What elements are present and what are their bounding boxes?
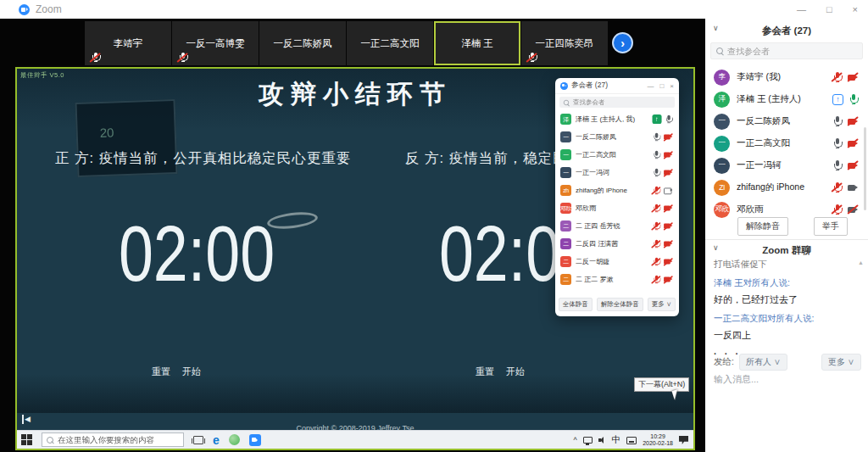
participant-row-host[interactable]: 泽 泽楠 王 (主持人) ↑ — [705, 88, 868, 110]
camera-off-icon — [663, 204, 674, 213]
participant-name: 一正一冯轲 — [737, 159, 824, 171]
participant-row[interactable]: 一 一正二高文阳 — [555, 146, 679, 164]
start-button[interactable]: 开始 — [182, 366, 201, 378]
start-button[interactable]: 开始 — [506, 366, 525, 378]
avatar: zh — [560, 185, 571, 196]
participant-row[interactable]: 一 一反二陈娇凤 — [705, 110, 868, 132]
participants-title: 参会者 (27) — [705, 22, 868, 39]
zoom-taskbar-icon[interactable] — [249, 434, 261, 446]
taskbar-search-input[interactable] — [58, 435, 176, 444]
video-tile[interactable]: 一正四陈奕昂 — [521, 21, 608, 65]
participant-row[interactable]: 邓欣 邓欣雨 — [555, 199, 679, 217]
windows-start-icon[interactable] — [21, 434, 32, 445]
video-tile[interactable]: 一正二高文阳 — [347, 21, 433, 65]
participant-row[interactable]: 一 一正一冯诃 — [555, 164, 679, 181]
chat-message-input[interactable] — [714, 373, 860, 390]
participant-name: 李靖宇 (我) — [737, 71, 824, 83]
overlay-footer: 全体静音 解除全体静音 更多 ∨ — [555, 298, 679, 311]
tray-expand-icon[interactable]: ^ — [573, 436, 576, 444]
task-view-icon[interactable] — [193, 436, 203, 444]
reset-button[interactable]: 重置 — [476, 366, 494, 378]
prev-scene-icon[interactable]: ◀ — [22, 415, 31, 424]
window-titlebar: Zoom — □ × — [0, 0, 868, 19]
mute-all-button[interactable]: 全体静音 — [559, 298, 593, 311]
zoom-logo-icon — [19, 4, 30, 15]
camera-off-icon — [847, 72, 860, 83]
raise-hand-button[interactable]: 举手 — [814, 217, 848, 236]
participant-name: 一正二高文阳 — [737, 137, 824, 149]
participants-search-box[interactable] — [710, 42, 863, 59]
taskbar-clock[interactable]: 10:29 2020-02-18 — [643, 433, 673, 447]
network-icon[interactable] — [583, 437, 593, 444]
avatar: 一 — [714, 136, 730, 152]
speaker-icon[interactable] — [598, 437, 606, 444]
overlay-search-box[interactable] — [559, 97, 675, 108]
video-tile[interactable]: 一反二陈娇凤 — [259, 21, 346, 65]
screen-share-badge-icon: ↑ — [832, 94, 843, 105]
unmute-all-button[interactable]: 解除全体静音 — [597, 298, 643, 311]
video-strip: 李靖宇 一反一高博雯 一反二陈娇凤 一正二高文阳 泽楠 王 一正四陈奕昂 — [85, 21, 609, 65]
unmute-button[interactable]: 解除静音 — [737, 217, 788, 236]
keyboard-icon[interactable] — [626, 437, 637, 444]
next-participants-page-button[interactable]: › — [612, 32, 633, 53]
action-center-icon[interactable] — [679, 436, 688, 444]
participant-row[interactable]: ZI zhifang的 iPhone — [705, 176, 868, 198]
minimize-icon[interactable]: — — [647, 82, 654, 90]
participant-name: 二 正二 罗漱 — [576, 275, 643, 284]
more-button[interactable]: 更多 ∨ — [648, 298, 676, 311]
participant-name: 泽楠 王 (主持人, 我) — [576, 114, 644, 124]
participant-row[interactable]: 一 一正一冯轲 — [705, 154, 868, 176]
avatar: 一 — [560, 167, 571, 178]
close-icon[interactable]: × — [670, 82, 674, 90]
camera-off-icon — [663, 221, 674, 231]
camera-off-icon — [847, 204, 860, 215]
overlay-titlebar: 参会者 (27) — □ × — [555, 78, 679, 94]
green-app-icon[interactable] — [229, 434, 240, 445]
participant-row[interactable]: 李 李靖宇 (我) — [705, 66, 868, 88]
chevron-right-icon: › — [620, 36, 625, 50]
chat-message: 一正二高文阳对所有人说: 一反四上 — [714, 313, 854, 342]
participant-name: 二反四 汪满茜 — [576, 239, 643, 248]
chat-more-button[interactable]: 更多 ∨ — [821, 354, 861, 371]
camera-off-icon — [847, 116, 860, 127]
participant-row[interactable]: 二 二反一胡婕 — [555, 253, 679, 271]
participant-row[interactable]: 一 一正二高文阳 — [705, 132, 868, 154]
video-tile[interactable]: 李靖宇 — [85, 21, 171, 65]
send-to-dropdown[interactable]: 所有人 ∨ — [739, 354, 787, 371]
participant-row[interactable]: 一 一反二陈娇凤 — [555, 128, 679, 146]
participant-row[interactable]: zh zhifang的 iPhone — [555, 181, 679, 199]
avatar: 二 — [560, 256, 571, 267]
avatar: 泽 — [560, 114, 571, 125]
participant-name: zhifang的 iPhone — [737, 181, 824, 193]
video-tile[interactable]: 一反一高博雯 — [172, 21, 259, 65]
taskbar-search-box[interactable] — [42, 432, 184, 447]
participant-row[interactable]: 二 二 正四 岳芳锐 — [555, 217, 679, 235]
close-icon[interactable]: × — [853, 4, 858, 14]
participant-name: 一反二陈娇凤 — [737, 115, 824, 127]
participant-row[interactable]: 二 二 正二 罗漱 — [555, 271, 679, 288]
avatar: 李 — [714, 70, 730, 86]
edge-browser-icon[interactable]: e — [213, 434, 220, 446]
collapse-icon[interactable]: ∨ — [713, 24, 719, 32]
participant-row[interactable]: 泽 泽楠 王 (主持人, 我) ↑ — [555, 110, 679, 128]
reset-button[interactable]: 重置 — [152, 366, 170, 378]
scroll-up-icon[interactable]: ▲ — [858, 259, 864, 265]
ime-language-indicator[interactable]: 中 — [612, 434, 621, 446]
mic-icon — [651, 168, 662, 177]
collapse-icon[interactable]: ∨ — [713, 243, 719, 252]
tile-participant-name: 一反二陈娇凤 — [274, 37, 332, 50]
participants-scrollbar[interactable] — [864, 127, 866, 210]
mic-icon — [651, 132, 662, 142]
video-tile-active-speaker[interactable]: 泽楠 王 — [434, 21, 520, 65]
maximize-icon[interactable]: □ — [826, 4, 832, 14]
clock-date: 2020-02-18 — [643, 440, 673, 447]
search-icon — [716, 47, 723, 54]
participants-search-input[interactable] — [727, 47, 854, 56]
muted-mic-icon — [831, 182, 843, 193]
participant-row[interactable]: 二 二反四 汪满茜 — [555, 235, 679, 253]
chevron-down-icon: ∨ — [666, 300, 671, 308]
minimize-icon[interactable]: — — [797, 4, 806, 14]
overlay-search-input[interactable] — [573, 98, 666, 106]
maximize-icon[interactable]: □ — [659, 82, 664, 90]
meeting-sidebar: ∨ 参会者 (27) 李 李靖宇 (我) 泽 泽楠 王 (主持人) ↑ 一 一反… — [705, 0, 868, 452]
